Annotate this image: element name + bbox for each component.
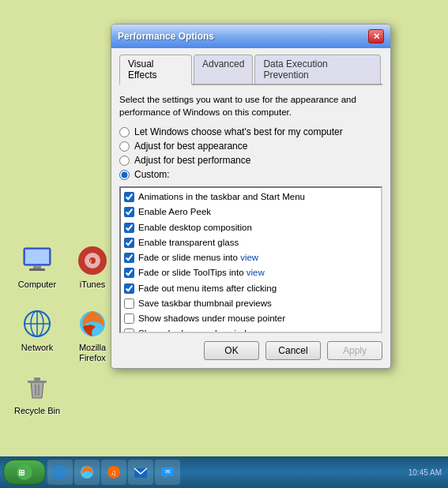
list-item: Enable Aero Peek <box>122 205 379 220</box>
checkbox-shadow-pointer[interactable] <box>124 313 134 324</box>
svg-text:♪: ♪ <box>88 257 92 265</box>
buttons-row: OK Cancel Apply <box>119 341 382 360</box>
list-item: Fade or slide ToolTips into view <box>122 265 379 280</box>
desktop-icon-recycle[interactable]: Recycle Bin <box>9 371 65 416</box>
radio-let-windows-label: Let Windows choose what's best for my co… <box>134 126 343 137</box>
radio-best-appearance-label: Adjust for best appearance <box>134 141 247 152</box>
radio-best-performance[interactable]: Adjust for best performance <box>119 155 382 166</box>
svg-text:✉: ✉ <box>165 468 171 475</box>
performance-options-dialog: Performance Options ✕ Visual Effects Adv… <box>111 24 391 369</box>
desktop-icon-recycle-label: Recycle Bin <box>9 406 65 416</box>
svg-rect-13 <box>28 381 47 383</box>
checkbox-fade-menu-items[interactable] <box>124 283 134 294</box>
taskbar-winamp[interactable]: ♫ <box>101 460 126 485</box>
list-item-label-transparent-glass: Enable transparent glass <box>138 236 239 250</box>
list-item: Enable desktop composition <box>122 220 379 235</box>
radio-best-performance-input[interactable] <box>119 156 130 166</box>
svg-rect-14 <box>34 377 40 381</box>
tabs-container: Visual Effects Advanced Data Execution P… <box>119 54 382 85</box>
tray-time: 10:45 AM <box>408 468 442 477</box>
list-item-label-fade-tooltips: Fade or slide ToolTips into view <box>138 266 265 280</box>
taskbar: ⊞ ♫ ✉ 10:45 AM <box>0 456 448 488</box>
list-item-label-shadow-windows: Show shadows under windows <box>138 327 262 333</box>
list-item-label-taskbar-thumbnails: Save taskbar thumbnail previews <box>138 297 272 310</box>
effects-listbox[interactable]: Animations in the taskbar and Start Menu… <box>119 186 382 333</box>
list-item: Show shadows under mouse pointer <box>122 311 379 326</box>
dialog-overlay: Performance Options ✕ Visual Effects Adv… <box>111 24 391 369</box>
tab-data-execution[interactable]: Data Execution Prevention <box>254 54 381 84</box>
radio-custom-input[interactable] <box>119 170 130 180</box>
taskbar-messenger[interactable]: ✉ <box>155 460 180 485</box>
list-item: Animations in the taskbar and Start Menu <box>122 190 379 205</box>
radio-best-performance-label: Adjust for best performance <box>134 155 250 166</box>
apply-button[interactable]: Apply <box>327 341 382 360</box>
dialog-title: Performance Options <box>118 31 214 42</box>
tab-visual-effects[interactable]: Visual Effects <box>119 54 192 85</box>
checkbox-animations-taskbar[interactable] <box>124 192 134 202</box>
taskbar-outlook[interactable] <box>128 460 153 485</box>
list-item: Enable transparent glass <box>122 235 379 250</box>
checkbox-shadow-windows[interactable] <box>124 328 134 333</box>
ok-button[interactable]: OK <box>204 341 259 360</box>
radio-group: Let Windows choose what's best for my co… <box>119 126 382 180</box>
checkbox-taskbar-thumbnails[interactable] <box>124 298 134 309</box>
svg-text:♫: ♫ <box>111 468 117 477</box>
desktop-icon-network[interactable]: Network <box>9 308 65 353</box>
close-button[interactable]: ✕ <box>368 29 384 43</box>
cancel-button[interactable]: Cancel <box>265 341 321 360</box>
radio-best-appearance-input[interactable] <box>119 141 130 152</box>
list-item-label-aero-peek: Enable Aero Peek <box>138 205 211 219</box>
radio-best-appearance[interactable]: Adjust for best appearance <box>119 141 382 152</box>
taskbar-firefox[interactable] <box>74 460 100 485</box>
checkbox-fade-menus[interactable] <box>124 253 134 263</box>
checkbox-aero-peek[interactable] <box>124 207 134 217</box>
list-item: Fade out menu items after clicking <box>122 281 379 296</box>
list-item: Show shadows under windows <box>122 326 379 333</box>
radio-custom-label: Custom: <box>134 169 170 180</box>
svg-rect-2 <box>33 265 41 268</box>
list-item: Fade or slide menus into view <box>122 250 379 265</box>
radio-let-windows-input[interactable] <box>119 127 130 137</box>
list-item-label-fade-menu-items: Fade out menu items after clicking <box>138 282 277 295</box>
dialog-titlebar: Performance Options ✕ <box>111 24 390 48</box>
svg-marker-27 <box>164 476 168 479</box>
desktop-icon-computer-label: Computer <box>9 280 65 290</box>
desktop-icon-network-label: Network <box>9 343 65 353</box>
radio-let-windows[interactable]: Let Windows choose what's best for my co… <box>119 126 382 137</box>
taskbar-ie[interactable] <box>47 460 73 485</box>
desktop-icon-computer[interactable]: Computer <box>9 245 65 290</box>
checkbox-transparent-glass[interactable] <box>124 238 134 248</box>
start-button[interactable]: ⊞ <box>3 460 46 485</box>
svg-rect-3 <box>29 268 45 271</box>
description-text: Select the settings you want to use for … <box>119 93 382 118</box>
list-item-label-animations-taskbar: Animations in the taskbar and Start Menu <box>138 190 305 204</box>
taskbar-tray: 10:45 AM <box>408 468 445 477</box>
tab-advanced[interactable]: Advanced <box>194 54 253 84</box>
dialog-body: Visual Effects Advanced Data Execution P… <box>111 48 390 368</box>
svg-rect-1 <box>25 250 49 264</box>
radio-custom[interactable]: Custom: <box>119 169 382 180</box>
svg-text:⊞: ⊞ <box>18 468 24 477</box>
list-item: Save taskbar thumbnail previews <box>122 296 379 311</box>
checkbox-desktop-composition[interactable] <box>124 223 134 233</box>
list-item-label-shadow-pointer: Show shadows under mouse pointer <box>138 312 285 325</box>
list-item-label-fade-menus: Fade or slide menus into view <box>138 251 258 265</box>
checkbox-fade-tooltips[interactable] <box>124 268 134 278</box>
list-item-label-desktop-composition: Enable desktop composition <box>138 221 252 235</box>
